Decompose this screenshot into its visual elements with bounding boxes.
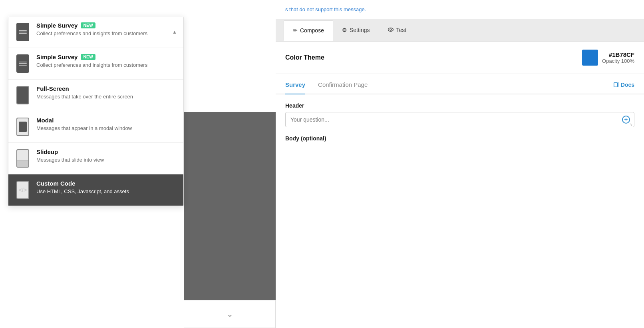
item-desc-6: Use HTML, CSS, Javascript, and assets — [36, 188, 177, 195]
tab-settings-label: Settings — [350, 27, 370, 33]
color-theme-section: Color Theme #1B78CF Opacity 100% — [276, 42, 644, 74]
item-title-4: Modal — [36, 117, 177, 124]
settings-icon: ⚙ — [342, 27, 347, 33]
header-input-wrapper: + ↘ — [285, 112, 634, 127]
svg-point-0 — [388, 28, 393, 31]
color-hex: #1B78CF — [602, 51, 634, 58]
survey-icon-2 — [15, 54, 31, 74]
compose-icon: ✏ — [293, 27, 298, 34]
item-title-5: Slideup — [36, 148, 177, 155]
header-label: Header — [285, 102, 634, 109]
tab-confirmation[interactable]: Confirmation Page — [318, 76, 368, 94]
color-opacity: Opacity 100% — [602, 58, 634, 64]
expand-arrow: ▲ — [172, 29, 177, 35]
dropdown-item-simple-survey-selected[interactable]: Simple Survey NEW Collect preferences an… — [8, 16, 183, 48]
survey-icon-1 — [15, 22, 31, 42]
chevron-down-icon: ⌄ — [227, 309, 233, 319]
main-panel: s that do not support this message. ✏ Co… — [276, 0, 644, 328]
new-badge-1: NEW — [81, 22, 95, 28]
tab-survey[interactable]: Survey — [285, 76, 305, 94]
support-warning: s that do not support this message. — [276, 0, 644, 19]
support-text: that do not support this message. — [288, 6, 366, 12]
tab-compose-label: Compose — [300, 27, 324, 34]
header-input[interactable] — [290, 116, 618, 123]
item-title-1: Simple Survey NEW — [36, 22, 172, 29]
add-emoji-button[interactable]: + — [622, 116, 630, 124]
modal-icon — [15, 117, 31, 137]
dropdown-item-fullscreen[interactable]: Full-Screen Messages that take over the … — [8, 80, 183, 111]
new-badge-2: NEW — [81, 54, 95, 60]
tab-settings[interactable]: ⚙ Settings — [333, 20, 379, 40]
dropdown-item-modal[interactable]: Modal Messages that appear in a modal wi… — [8, 111, 183, 143]
body-label: Body (optional) — [276, 135, 644, 145]
item-desc-3: Messages that take over the entire scree… — [36, 93, 177, 100]
tab-test-label: Test — [396, 27, 407, 33]
docs-label: Docs — [621, 82, 634, 88]
item-title-2: Simple Survey NEW — [36, 54, 177, 60]
message-type-dropdown: Simple Survey NEW Collect preferences an… — [8, 16, 184, 206]
color-info: #1B78CF Opacity 100% — [602, 51, 634, 64]
svg-rect-2 — [614, 82, 618, 87]
tab-compose[interactable]: ✏ Compose — [284, 20, 333, 41]
preview-area — [184, 112, 276, 328]
dropdown-item-custom-code[interactable]: </> Custom Code Use HTML, CSS, Javascrip… — [8, 174, 183, 206]
custom-code-icon: </> — [15, 180, 31, 200]
color-theme-label: Color Theme — [285, 54, 582, 61]
tabs-bar: ✏ Compose ⚙ Settings Test — [276, 19, 644, 42]
bottom-panel: ⌄ — [184, 300, 276, 328]
slideup-icon — [15, 148, 31, 168]
content-tabs: Survey Confirmation Page Docs — [276, 76, 644, 94]
item-desc-2: Collect preferences and insights from cu… — [36, 62, 177, 69]
item-desc-1: Collect preferences and insights from cu… — [36, 30, 172, 37]
header-section: Header + ↘ — [276, 94, 644, 135]
item-desc-5: Messages that slide into view — [36, 156, 177, 164]
item-desc-4: Messages that appear in a modal window — [36, 125, 177, 132]
dropdown-item-slideup[interactable]: Slideup Messages that slide into view — [8, 143, 183, 174]
tab-test[interactable]: Test — [379, 20, 415, 41]
resize-handle[interactable]: ↘ — [629, 122, 633, 126]
svg-point-1 — [390, 29, 392, 30]
color-swatch[interactable] — [582, 50, 598, 66]
fullscreen-icon — [15, 85, 31, 105]
docs-link[interactable]: Docs — [613, 82, 634, 88]
test-icon — [388, 26, 394, 34]
item-title-6: Custom Code — [36, 180, 177, 187]
dropdown-item-simple-survey-2[interactable]: Simple Survey NEW Collect preferences an… — [8, 48, 183, 80]
item-title-3: Full-Screen — [36, 85, 177, 92]
